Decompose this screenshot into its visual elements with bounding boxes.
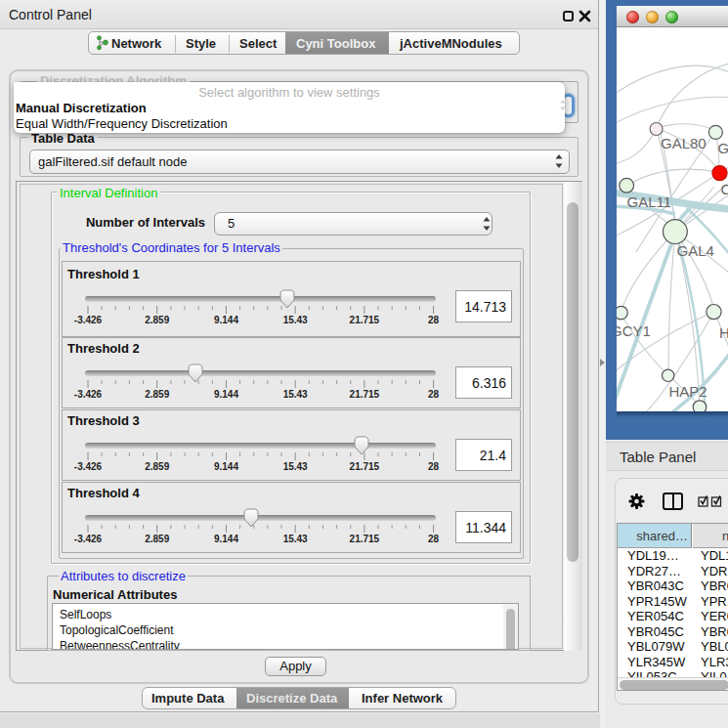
svg-text:CY: CY	[721, 181, 728, 197]
svg-text:HI: HI	[719, 324, 728, 341]
svg-text:GA: GA	[718, 140, 728, 156]
svg-text:GAL4: GAL4	[677, 242, 714, 259]
svg-text:GAL80: GAL80	[661, 135, 707, 151]
svg-text:GCY1: GCY1	[617, 322, 651, 339]
svg-text:HAP2: HAP2	[669, 383, 707, 400]
svg-text:GAL11: GAL11	[627, 193, 672, 210]
